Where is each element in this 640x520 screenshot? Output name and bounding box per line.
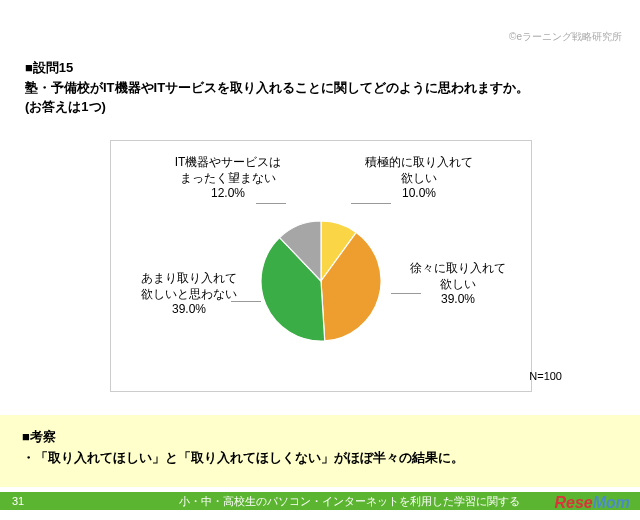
chart-container: 積極的に取り入れて 欲しい 10.0% 徐々に取り入れて 欲しい 39.0% あ… bbox=[110, 140, 532, 392]
leader-line bbox=[351, 203, 391, 204]
question-text: 塾・予備校がIT機器やITサービスを取り入れることに関してどのように思われますか… bbox=[25, 80, 529, 95]
n-count: N=100 bbox=[529, 370, 562, 382]
leader-line bbox=[391, 293, 421, 294]
pie-svg bbox=[261, 221, 381, 341]
analysis-bullet: ・「取り入れてほしい」と「取り入れてほしくない」がほぼ半々の結果に。 bbox=[22, 450, 464, 465]
footer-bar: 31 小・中・高校生のパソコン・インターネットを利用した学習に関する bbox=[0, 492, 640, 510]
page-number: 31 bbox=[12, 492, 24, 510]
label-c: あまり取り入れて 欲しいと思わない 39.0% bbox=[129, 271, 249, 318]
label-d: IT機器やサービスは まったく望まない 12.0% bbox=[153, 155, 303, 202]
leader-line bbox=[231, 301, 261, 302]
pie-chart bbox=[261, 221, 381, 341]
label-b: 徐々に取り入れて 欲しい 39.0% bbox=[403, 261, 513, 308]
question-number: ■設問15 bbox=[25, 60, 73, 75]
footer-title: 小・中・高校生のパソコン・インターネットを利用した学習に関する bbox=[179, 492, 520, 510]
logo: ReseMom bbox=[554, 494, 630, 512]
analysis-heading: ■考察 bbox=[22, 429, 56, 444]
question-note: (お答えは1つ) bbox=[25, 99, 106, 114]
leader-line bbox=[256, 203, 286, 204]
label-a: 積極的に取り入れて 欲しい 10.0% bbox=[349, 155, 489, 202]
copyright: ©eラーニング戦略研究所 bbox=[509, 30, 622, 44]
question-block: ■設問15 塾・予備校がIT機器やITサービスを取り入れることに関してどのように… bbox=[25, 58, 615, 117]
analysis-block: ■考察 ・「取り入れてほしい」と「取り入れてほしくない」がほぼ半々の結果に。 bbox=[0, 415, 640, 487]
